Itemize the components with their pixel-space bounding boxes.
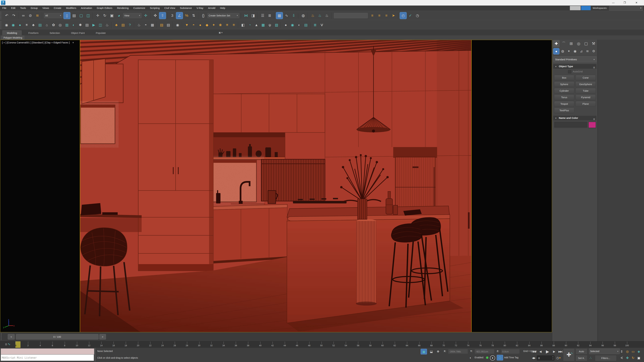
viewport-label-text[interactable]: [ + ] [Corona Camera001 ] [Standard ] [C…: [2, 41, 70, 44]
render-production-icon[interactable]: ♨: [324, 12, 330, 19]
vray-dome-icon[interactable]: ◓: [142, 22, 149, 28]
use-pivot-center-icon[interactable]: ✢: [142, 12, 149, 19]
bulb-gear-icon[interactable]: ✱: [77, 22, 84, 28]
menu-item[interactable]: Scripting: [148, 5, 162, 10]
percent-snap-icon[interactable]: %: [183, 12, 190, 19]
select-and-manipulate-icon[interactable]: ✜: [152, 12, 159, 19]
snaps-toggle-icon[interactable]: 3: [169, 12, 176, 19]
utilities-tab[interactable]: ⚒: [590, 40, 597, 47]
script-new-icon[interactable]: ≡: [376, 12, 383, 19]
key-filter-dropdown[interactable]: Selected▼: [589, 349, 620, 354]
menu-item[interactable]: Civil View: [162, 5, 178, 10]
ribbon-tab[interactable]: Populate: [92, 30, 110, 35]
window-play-icon[interactable]: ▶: [90, 22, 97, 28]
auto-key-button[interactable]: Auto: [576, 349, 587, 355]
modify-tab[interactable]: ⌒: [560, 40, 567, 47]
primitive-button[interactable]: Tube: [576, 88, 596, 93]
selection-lock-icon[interactable]: ⬓: [428, 349, 434, 354]
geo-tower-icon[interactable]: ▲: [253, 22, 260, 28]
palette2-icon[interactable]: ◐: [296, 22, 302, 28]
toolbar-drag-handle[interactable]: [0, 12, 3, 19]
primitive-button[interactable]: Torus: [554, 95, 574, 100]
systems-subtab[interactable]: ⚙: [591, 48, 597, 54]
select-and-rotate-icon[interactable]: ↻: [102, 12, 108, 19]
script-run-icon[interactable]: ➤: [390, 12, 397, 19]
material-editor-icon[interactable]: ◍: [300, 12, 306, 19]
object-color-swatch[interactable]: [588, 122, 596, 128]
primitive-button[interactable]: Teapot: [554, 101, 574, 107]
ribbon-tab[interactable]: Selection: [45, 30, 64, 35]
hierarchy-tab[interactable]: ⊞: [568, 40, 574, 47]
workspaces-dropdown[interactable]: ▼: [609, 6, 643, 10]
name-color-rollout-header[interactable]: ▼ Name and Color ▦: [553, 116, 596, 120]
layer-explorer-icon[interactable]: ≣: [266, 12, 273, 19]
menu-item[interactable]: Tools: [18, 5, 28, 10]
menu-item[interactable]: Arnold: [206, 5, 218, 10]
pantry-cabinet[interactable]: [138, 60, 213, 271]
primitive-button[interactable]: Cylinder: [554, 88, 574, 93]
mirror-icon[interactable]: ⋈: [243, 12, 250, 19]
shapes-subtab[interactable]: ◍: [560, 48, 566, 54]
primitive-button[interactable]: GeoSphere: [576, 82, 596, 87]
schematic-view-icon[interactable]: ⇩: [290, 12, 297, 19]
sphere-gray-icon[interactable]: ●: [282, 22, 289, 28]
geo-box-icon[interactable]: ◧: [240, 22, 246, 28]
create-light-icon[interactable]: ●: [17, 22, 23, 28]
next-frame-playback-button[interactable]: |▶: [551, 349, 557, 355]
close-button[interactable]: ✕: [632, 0, 640, 5]
toolbar-drag-handle[interactable]: [0, 21, 3, 29]
zoom-mode-icon[interactable]: ⇕: [619, 349, 624, 354]
maxscript-mini-listener[interactable]: MAXScript Mini Listener: [1, 355, 94, 361]
absolute-mode-icon[interactable]: ❖: [435, 349, 441, 354]
drag-handle[interactable]: [1, 333, 3, 340]
fire-ring-icon[interactable]: ◎: [57, 22, 64, 28]
x-coordinate-field[interactable]: -2654.786c: [448, 349, 468, 354]
prompt-field[interactable]: [334, 13, 368, 18]
menu-item[interactable]: Customize: [131, 5, 148, 10]
scene-explorer-icon[interactable]: ☰: [259, 12, 266, 19]
angle-snap-icon[interactable]: ∠: [176, 12, 183, 19]
primitive-button[interactable]: Sphere: [554, 82, 574, 87]
ribbon-toggle-icon[interactable]: ▦: [276, 12, 283, 19]
script-macro-icon[interactable]: ≡: [369, 12, 376, 19]
upper-cabinets[interactable]: [213, 94, 325, 132]
zoom-extents-icon[interactable]: ◎: [625, 349, 630, 354]
viewport-scene[interactable]: [80, 40, 471, 332]
physical-camera-icon[interactable]: ◉: [174, 22, 181, 28]
pan-icon[interactable]: ✥: [625, 355, 630, 361]
create-camera-add-icon[interactable]: ◉: [10, 22, 16, 28]
splitter[interactable]: [95, 348, 95, 362]
select-object-icon[interactable]: ▯: [64, 12, 70, 19]
polygon-modeling-panel[interactable]: Polygon Modeling: [1, 36, 24, 40]
maximize-viewport-icon[interactable]: ▣: [636, 355, 641, 361]
teapot-outline-icon[interactable]: ♨: [104, 22, 110, 28]
z-coordinate-field[interactable]: 0.0cm: [501, 349, 520, 354]
helpers-subtab[interactable]: ⊿: [578, 48, 584, 54]
rectangular-selection-icon[interactable]: ▢: [78, 12, 84, 19]
undo-icon[interactable]: ↶: [3, 12, 10, 19]
gem-isolate-icon[interactable]: ◈: [636, 349, 641, 354]
select-and-scale-icon[interactable]: ▣: [108, 12, 115, 19]
ribbon-more-dropdown[interactable]: ▣ ▾: [217, 30, 224, 35]
create-tab[interactable]: ✚: [553, 40, 560, 47]
tree-page-icon[interactable]: ✿: [50, 22, 57, 28]
create-tree-icon[interactable]: ♣: [30, 22, 36, 28]
select-by-name-icon[interactable]: ▤: [71, 12, 78, 19]
left-upper-cabinet[interactable]: [82, 59, 123, 104]
window-list-icon[interactable]: ▤: [84, 22, 90, 28]
key-mode-toggle[interactable]: ◀▶: [531, 355, 537, 361]
reference-coordinate-dropdown[interactable]: View▼: [123, 13, 142, 18]
rendered-frame-icon[interactable]: ♨: [316, 12, 323, 19]
object-type-rollout-header[interactable]: ▼ Object Type ▦: [553, 64, 596, 69]
cameras-subtab[interactable]: ◉: [572, 48, 578, 54]
layer-stack-icon[interactable]: ≣: [312, 22, 318, 28]
menu-item[interactable]: Rendering: [115, 5, 131, 10]
next-frame-button[interactable]: >: [99, 334, 106, 340]
y-coordinate-field[interactable]: -921.951cm: [474, 349, 494, 354]
menu-item[interactable]: Modifiers: [64, 5, 79, 10]
menu-item[interactable]: Graph Editors: [94, 5, 115, 10]
app-icon[interactable]: 3 MAX: [1, 0, 5, 5]
page-camera-icon[interactable]: ▤: [303, 22, 309, 28]
menu-item[interactable]: Group: [28, 5, 40, 10]
lights-subtab[interactable]: ✦: [566, 48, 572, 54]
